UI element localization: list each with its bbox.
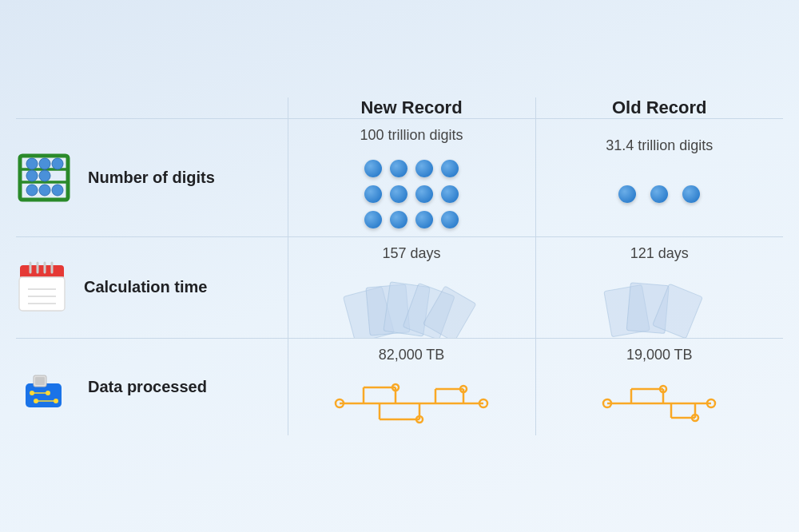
dot — [364, 185, 382, 203]
dot — [364, 211, 382, 228]
digits-label-text: Number of digits — [88, 169, 215, 187]
new-time-visual — [288, 270, 535, 338]
svg-point-10 — [52, 185, 63, 196]
dot — [441, 211, 459, 228]
dots-large — [356, 152, 467, 236]
abacus-icon — [16, 152, 72, 204]
dot — [390, 211, 407, 228]
pages-small-icon — [603, 270, 715, 338]
new-data-cell: 82,000 TB — [288, 338, 535, 435]
usb-icon — [16, 361, 72, 413]
old-data-cell: 19,000 TB — [535, 338, 783, 435]
old-time-cell: 121 days — [535, 236, 783, 338]
row-data-label: Data processed — [16, 361, 288, 413]
dot — [415, 185, 433, 203]
new-time-cell: 157 days — [288, 236, 535, 338]
old-data-visual — [536, 371, 784, 435]
svg-point-4 — [39, 158, 50, 169]
dot — [682, 185, 700, 203]
dot — [618, 185, 636, 203]
new-digits-value: 100 trillion digits — [288, 127, 535, 144]
svg-point-35 — [30, 391, 34, 395]
time-label-text: Calculation time — [84, 278, 207, 296]
dot — [415, 211, 433, 228]
row-data: Data processed 82,000 TB — [16, 338, 783, 435]
new-data-value: 82,000 TB — [288, 347, 535, 363]
old-digits-cell: 31.4 trillion digits — [535, 118, 783, 236]
row-time-label: Calculation time — [16, 261, 288, 313]
svg-point-38 — [34, 399, 38, 403]
row-time: Calculation time 157 days — [16, 236, 783, 338]
old-time-value: 121 days — [536, 245, 784, 262]
dot — [650, 185, 668, 203]
dots-small — [610, 177, 708, 211]
new-data-visual — [288, 371, 535, 435]
new-digits-visual — [288, 152, 535, 236]
circuit-small-icon — [599, 373, 719, 433]
old-time-visual — [536, 270, 784, 338]
dot — [364, 160, 382, 177]
dot — [441, 185, 459, 203]
svg-point-9 — [39, 185, 50, 196]
svg-rect-33 — [35, 377, 45, 385]
old-digits-visual — [536, 162, 784, 226]
svg-point-7 — [39, 170, 50, 181]
new-time-value: 157 days — [288, 245, 535, 262]
dot — [415, 160, 433, 177]
svg-point-8 — [26, 185, 38, 196]
svg-point-3 — [26, 158, 38, 169]
circuit-large-icon — [332, 373, 491, 433]
pages-large-icon — [340, 270, 483, 338]
data-label-text: Data processed — [88, 378, 207, 396]
old-digits-value: 31.4 trillion digits — [536, 137, 784, 154]
dot — [441, 160, 459, 177]
header-old-record: Old Record — [535, 97, 783, 119]
svg-point-5 — [52, 158, 63, 169]
svg-point-39 — [54, 399, 58, 403]
row-digits: Number of digits 100 trillion digits — [16, 118, 783, 236]
dot — [390, 185, 407, 203]
svg-point-36 — [46, 391, 50, 395]
svg-point-6 — [26, 170, 38, 181]
row-digits-label: Number of digits — [16, 152, 288, 204]
calendar-icon — [16, 261, 68, 313]
old-data-value: 19,000 TB — [536, 347, 784, 363]
header-empty — [16, 97, 288, 119]
dot — [390, 160, 407, 177]
new-digits-cell: 100 trillion digits — [288, 118, 535, 236]
comparison-table: New Record Old Record — [16, 97, 783, 435]
header-new-record: New Record — [288, 97, 535, 119]
svg-rect-19 — [19, 277, 65, 311]
